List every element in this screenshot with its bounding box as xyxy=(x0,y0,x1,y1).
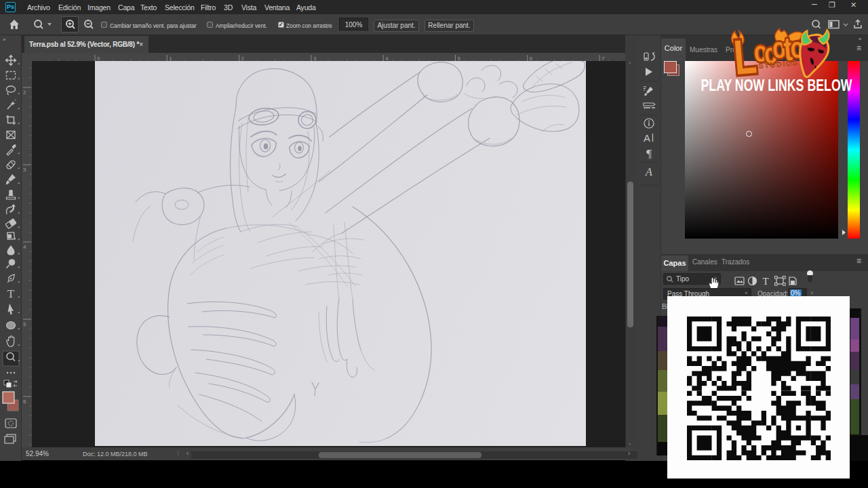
svg-text:A: A xyxy=(645,166,652,178)
svg-text:6: 6 xyxy=(23,399,26,405)
svg-text:¶: ¶ xyxy=(646,147,652,160)
svg-text:3: 3 xyxy=(23,167,26,173)
svg-text:T: T xyxy=(762,276,768,287)
svg-text:A: A xyxy=(644,132,650,144)
svg-text:T: T xyxy=(7,287,15,300)
svg-text:PLAY NOW LINKS BELOW: PLAY NOW LINKS BELOW xyxy=(701,76,852,94)
svg-text:2: 2 xyxy=(23,89,26,96)
svg-text:4: 4 xyxy=(23,244,26,250)
svg-text:5: 5 xyxy=(23,321,26,327)
